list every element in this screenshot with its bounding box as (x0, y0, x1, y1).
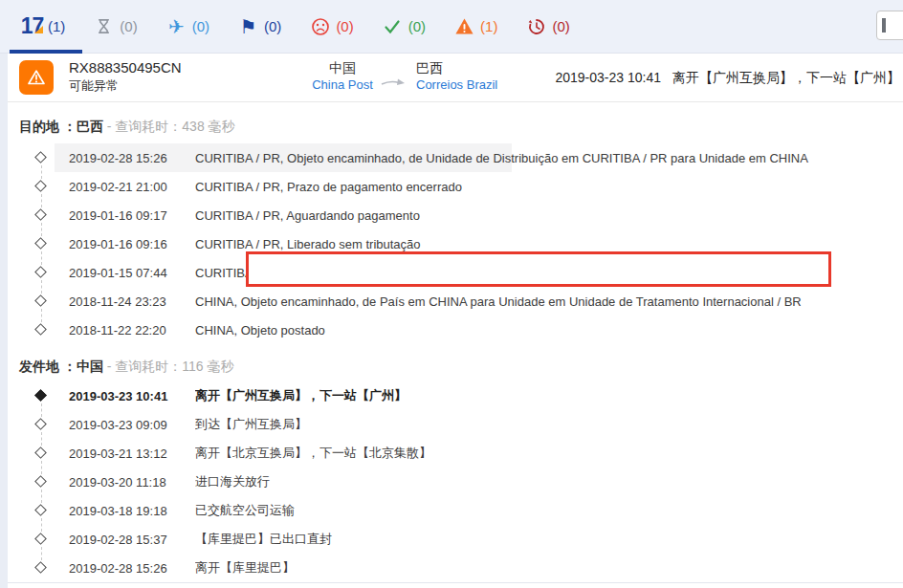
tab-not-found[interactable]: (0) (79, 0, 151, 53)
latest-event-time: 2019-03-23 10:41 (555, 70, 661, 85)
destination-carrier-link[interactable]: Correios Brazil (416, 76, 531, 93)
event-time: 2019-03-23 09:09 (69, 418, 195, 432)
diamond-marker-icon (34, 208, 47, 221)
diamond-marker-icon (34, 180, 47, 192)
bottom-divider (8, 582, 903, 588)
event-description: CURITIBA / PR, Objeto recebido pelos Cor… (195, 266, 246, 280)
sad-face-icon (310, 16, 330, 36)
tab-count: (0) (552, 18, 569, 34)
diamond-marker-icon (34, 561, 47, 574)
tab-count: (0) (192, 18, 209, 34)
tab-delivered[interactable]: (0) (368, 0, 440, 53)
event-time: 2019-02-28 15:37 (69, 533, 195, 547)
tracking-event-row[interactable]: 2019-03-20 11:18 进口海关放行 (8, 468, 903, 496)
package-header[interactable]: RX888350495CN 可能异常 中国 China Post 巴西 Corr… (8, 54, 903, 102)
event-time: 2019-03-23 10:41 (69, 389, 195, 403)
tab-count: (0) (408, 18, 426, 34)
tracking-event-row[interactable]: 2019-01-15 07:44 CURITIBA / PR, Objeto r… (8, 258, 903, 287)
hourglass-icon (94, 16, 114, 36)
diamond-marker-icon (34, 323, 47, 336)
event-list: 2019-02-28 15:26 CURITIBA / PR, Objeto e… (8, 143, 903, 344)
event-description: CURITIBA / PR, Liberado sem tributação (195, 237, 903, 251)
event-description: CURITIBA / PR, Prazo de pagamento encerr… (195, 180, 903, 194)
event-time: 2019-02-21 21:00 (69, 180, 195, 194)
event-time: 2019-01-16 09:16 (69, 237, 195, 251)
package-status: 可能异常 (69, 77, 182, 95)
tracking-sections: 目的地 ：巴西 - 查询耗时：438 毫秒 2019-02-28 15:26 C… (8, 102, 903, 582)
diamond-marker-icon (34, 237, 47, 250)
tracking-event-row[interactable]: 2019-01-16 09:17 CURITIBA / PR, Aguardan… (8, 201, 903, 229)
diamond-marker-icon (34, 475, 47, 488)
event-time: 2019-01-15 07:44 (69, 266, 195, 280)
tracking-event-row[interactable]: 2019-03-23 10:41 离开【广州互换局】，下一站【广州】 (8, 381, 903, 410)
check-icon (383, 16, 403, 36)
event-description: 已交航空公司运输 (195, 502, 903, 519)
warning-icon (454, 16, 474, 36)
latest-event-summary: 2019-03-23 10:41离开【广州互换局】，下一站【广州】 (555, 70, 900, 87)
event-time: 2019-03-20 11:18 (69, 475, 195, 490)
status-tab-bar: 17 (1) (0) ✈ (0) ⚑ (0) (0) (0) (1) (0, 0, 903, 54)
event-description: 【库里提巴】已出口直封 (195, 531, 903, 548)
diamond-marker-icon (34, 294, 47, 307)
diamond-marker-icon (34, 151, 47, 163)
tab-all[interactable]: 17 (1) (8, 0, 79, 53)
tab-alert[interactable]: (1) (440, 0, 512, 53)
tracking-event-row[interactable]: 2019-02-21 21:00 CURITIBA / PR, Prazo de… (8, 172, 903, 201)
diamond-marker-icon (34, 418, 47, 430)
event-list: 2019-03-23 10:41 离开【广州互换局】，下一站【广州】 2019-… (8, 381, 903, 582)
diamond-marker-icon (34, 389, 47, 402)
17track-logo-icon: 17 (22, 16, 42, 36)
event-time: 2018-11-24 23:23 (69, 294, 195, 309)
section-place: ：巴西 (59, 119, 103, 134)
tracking-event-row[interactable]: 2019-02-28 15:37 【库里提巴】已出口直封 (8, 525, 903, 554)
origin-carrier-link[interactable]: China Post (295, 76, 390, 93)
clipped-button[interactable] (876, 11, 903, 40)
event-description: 到达【广州互换局】 (195, 416, 903, 433)
tab-in-transit[interactable]: ✈ (0) (152, 0, 224, 53)
tracking-event-row[interactable]: 2019-03-21 13:12 离开【北京互换局】，下一站【北京集散】 (8, 439, 903, 468)
event-time: 2019-01-16 09:17 (69, 208, 195, 223)
diamond-marker-icon (34, 533, 47, 545)
event-description: CHINA, Objeto postado (195, 323, 903, 338)
flag-icon: ⚑ (238, 16, 258, 36)
tracking-event-row[interactable]: 2019-03-18 19:18 已交航空公司运输 (8, 496, 903, 525)
event-time: 2019-03-21 13:12 (69, 446, 195, 461)
plane-icon: ✈ (166, 16, 187, 36)
tab-count: (0) (264, 18, 281, 34)
tab-count: (0) (336, 18, 353, 34)
event-time: 2019-03-18 19:18 (69, 504, 195, 518)
tab-undelivered[interactable]: (0) (296, 0, 367, 53)
package-alert-icon (19, 60, 54, 95)
tab-count: (1) (48, 18, 65, 34)
history-icon (526, 16, 546, 36)
tracking-number: RX888350495CN (69, 58, 182, 77)
event-time: 2019-02-28 15:26 (69, 561, 195, 576)
tracking-section: 目的地 ：巴西 - 查询耗时：438 毫秒 2019-02-28 15:26 C… (8, 102, 903, 344)
tab-pick-up[interactable]: ⚑ (0) (224, 0, 296, 53)
event-description: 离开【库里提巴】 (195, 559, 903, 577)
tab-expired[interactable]: (0) (512, 0, 584, 53)
event-description: CURITIBA / PR, Objeto encaminhado, de Un… (195, 151, 903, 165)
tracking-event-row[interactable]: 2019-03-23 09:09 到达【广州互换局】 (8, 410, 903, 439)
event-time: 2018-11-22 22:20 (69, 323, 195, 338)
tracking-event-row[interactable]: 2019-02-28 15:26 离开【库里提巴】 (8, 554, 903, 582)
section-label: 目的地 (19, 119, 59, 134)
tracking-panel: RX888350495CN 可能异常 中国 China Post 巴西 Corr… (8, 54, 903, 588)
section-place: ：中国 (59, 359, 103, 374)
event-description: 进口海关放行 (195, 473, 903, 490)
tracking-event-row[interactable]: 2018-11-24 23:23 CHINA, Objeto encaminha… (8, 287, 903, 316)
event-description: CURITIBA / PR, Aguardando pagamento (195, 208, 903, 223)
tracking-section: 发件地 ：中国 - 查询耗时：116 毫秒 2019-03-23 10:41 离… (8, 344, 903, 582)
section-query-info: - 查询耗时：438 毫秒 (103, 119, 235, 134)
tab-count: (0) (120, 18, 137, 34)
section-query-info: - 查询耗时：116 毫秒 (103, 359, 234, 374)
clipped-button-glyph (882, 18, 886, 33)
diamond-marker-icon (34, 266, 47, 278)
tracking-event-row[interactable]: 2019-02-28 15:26 CURITIBA / PR, Objeto e… (8, 143, 903, 172)
event-description: 离开【北京互换局】，下一站【北京集散】 (195, 445, 903, 462)
diamond-marker-icon (34, 504, 47, 516)
tracking-event-row[interactable]: 2018-11-22 22:20 CHINA, Objeto postado (8, 316, 903, 344)
tracking-event-row[interactable]: 2019-01-16 09:16 CURITIBA / PR, Liberado… (8, 229, 903, 258)
event-description: CHINA, Objeto encaminhado, de País em CH… (195, 294, 903, 309)
carrier-arrow-icon (381, 75, 406, 92)
